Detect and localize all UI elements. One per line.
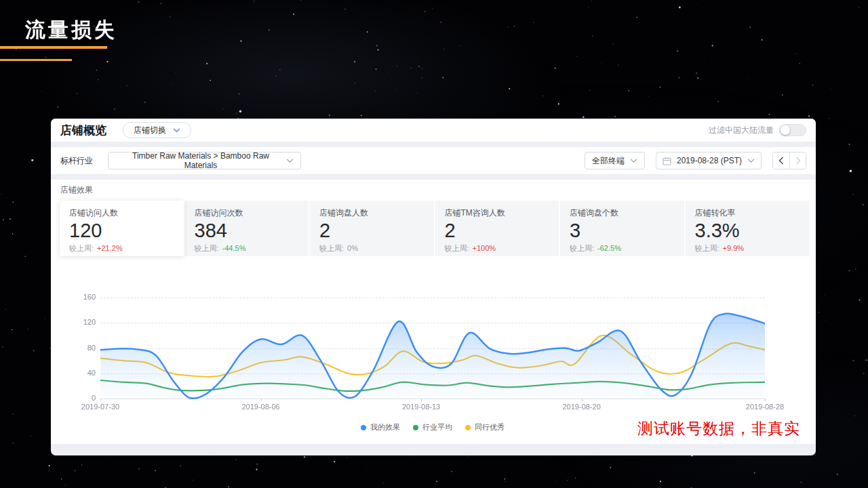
chevron-down-icon [286, 159, 294, 163]
terminal-select[interactable]: 全部终端 [585, 152, 645, 169]
slide: 流量损失 店铺概览 店铺切换 过滤中国大陆流量 标杆行业 Timber Raw … [0, 0, 868, 488]
calendar-icon [663, 157, 671, 165]
store-switch-label: 店铺切换 [134, 125, 166, 136]
store-switch-button[interactable]: 店铺切换 [123, 122, 191, 138]
y-axis-label: 0 [51, 394, 96, 402]
toggle-knob [781, 125, 790, 135]
metric-card-visitors[interactable]: 店铺访问人数 120 较上周:+21.2% [60, 201, 184, 256]
store-performance-card: 店铺效果 店铺访问人数 120 较上周:+21.2% 店铺访问次数 384 较上… [51, 180, 816, 444]
chevron-down-icon [173, 128, 180, 133]
metric-label: 店铺询盘个数 [570, 207, 675, 219]
store-overview-panel: 店铺概览 店铺切换 过滤中国大陆流量 标杆行业 Timber Raw Mater… [51, 119, 816, 455]
title-accent-bar [0, 59, 72, 61]
traffic-filter-label: 过滤中国大陆流量 [709, 125, 774, 136]
delta-value: +100% [473, 244, 496, 252]
metric-card-inquiry-people[interactable]: 店铺询盘人数 2 较上周:0% [310, 201, 434, 256]
metric-label: 店铺TM咨询人数 [445, 207, 550, 219]
delta-value: +9.9% [723, 244, 745, 252]
metrics-row: 店铺访问人数 120 较上周:+21.2% 店铺访问次数 384 较上周:-44… [60, 201, 809, 256]
legend-item[interactable]: 我的效果 [361, 422, 400, 432]
date-picker[interactable]: 2019-08-28 (PST) [656, 152, 762, 169]
chevron-left-icon [778, 157, 784, 165]
slide-title: 流量损失 [25, 16, 117, 44]
legend-item[interactable]: 同行优秀 [465, 422, 505, 432]
metric-value: 3 [570, 220, 675, 242]
x-axis-label: 2019-08-28 [746, 403, 784, 411]
metric-card-visits[interactable]: 店铺访问次数 384 较上周:-44.5% [185, 201, 309, 256]
delta-value: -44.5% [222, 244, 246, 252]
industry-select[interactable]: Timber Raw Materials > Bamboo Raw Materi… [108, 152, 301, 169]
chevron-right-icon [795, 157, 801, 165]
legend-label: 同行优秀 [475, 422, 505, 432]
prev-day-button[interactable] [773, 152, 789, 169]
metric-value: 3.3% [695, 220, 800, 242]
delta-value: -62.5% [597, 244, 621, 252]
metric-delta: 较上周:+21.2% [69, 243, 174, 253]
y-axis-label: 120 [51, 318, 96, 326]
title-accent-bar [0, 46, 107, 49]
x-axis-tick [261, 399, 262, 401]
metric-delta: 较上周:+9.9% [695, 243, 800, 253]
chevron-down-icon [747, 159, 755, 163]
x-axis-tick [100, 399, 101, 401]
x-axis-label: 2019-08-20 [563, 403, 601, 411]
metric-value: 2 [445, 220, 550, 242]
metric-delta: 较上周:-44.5% [195, 243, 300, 253]
metric-card-tm-consult[interactable]: 店铺TM咨询人数 2 较上周:+100% [435, 201, 559, 256]
y-axis-label: 80 [51, 344, 96, 352]
legend-label: 我的效果 [370, 422, 400, 432]
legend-item[interactable]: 行业平均 [413, 422, 452, 432]
industry-label: 标杆行业 [60, 155, 93, 167]
metric-delta: 较上周:-62.5% [570, 243, 675, 253]
metric-value: 2 [319, 220, 425, 242]
x-axis-tick [765, 399, 766, 401]
x-axis-label: 2019-08-06 [241, 403, 279, 411]
metric-card-conversion-rate[interactable]: 店铺转化率 3.3% 较上周:+9.9% [686, 201, 810, 256]
date-pager [772, 152, 806, 169]
metric-value: 120 [69, 220, 174, 242]
x-axis-label: 2019-07-30 [81, 403, 119, 411]
x-axis-label: 2019-08-13 [402, 403, 440, 411]
metric-label: 店铺访问次数 [195, 207, 300, 219]
test-data-watermark: 测试账号数据，非真实 [637, 418, 800, 439]
page-title: 店铺概览 [60, 123, 106, 138]
legend-dot-icon [361, 425, 366, 430]
metric-delta: 较上周:0% [319, 243, 425, 253]
chevron-down-icon [630, 159, 637, 163]
legend-dot-icon [413, 425, 418, 430]
terminal-value: 全部终端 [592, 155, 625, 167]
x-axis-tick [421, 399, 422, 401]
delta-value: 0% [347, 244, 358, 252]
next-day-button[interactable] [789, 152, 806, 169]
panel-header: 店铺概览 店铺切换 过滤中国大陆流量 [51, 119, 816, 142]
delta-value: +21.2% [97, 244, 123, 252]
metric-label: 店铺转化率 [695, 207, 800, 219]
metric-delta: 较上周:+100% [445, 243, 550, 253]
industry-value: Timber Raw Materials > Bamboo Raw Materi… [115, 151, 286, 170]
traffic-line-chart [100, 298, 765, 399]
legend-label: 行业平均 [422, 422, 452, 432]
metric-label: 店铺访问人数 [69, 207, 174, 219]
y-axis-label: 160 [51, 293, 96, 301]
filter-bar: 标杆行业 Timber Raw Materials > Bamboo Raw M… [51, 147, 816, 174]
traffic-filter-toggle[interactable] [779, 124, 806, 136]
date-value: 2019-08-28 (PST) [677, 156, 742, 165]
metric-value: 384 [195, 220, 300, 242]
y-axis-label: 40 [51, 369, 96, 377]
x-axis-tick [582, 399, 583, 401]
legend-dot-icon [465, 425, 471, 430]
metric-card-inquiries[interactable]: 店铺询盘个数 3 较上周:-62.5% [560, 201, 684, 256]
section-title: 店铺效果 [60, 184, 93, 196]
metric-label: 店铺询盘人数 [319, 207, 425, 219]
